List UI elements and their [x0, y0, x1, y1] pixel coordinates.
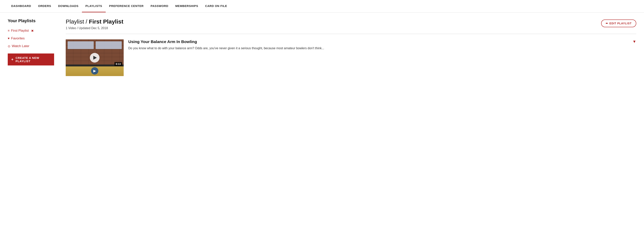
breadcrumb: Playlist / First Playlist: [66, 18, 123, 25]
nav-preference-center[interactable]: PREFERENCE CENTER: [106, 0, 147, 12]
edit-playlist-button[interactable]: ✏ EDIT PLAYLIST: [601, 19, 636, 27]
breadcrumb-prefix: Playlist /: [66, 18, 89, 25]
edit-button-label: EDIT PLAYLIST: [610, 22, 632, 25]
sidebar-item-first-playlist[interactable]: ≡ First Playlist ✖: [8, 27, 54, 34]
sidebar-item-label: Favorites: [11, 36, 25, 40]
video-title-text: Using Your Balance Arm In Bowling: [128, 39, 197, 44]
breadcrumb-area: Playlist / First Playlist 1 Video / Upda…: [66, 18, 123, 34]
sidebar-item-label: Watch Later: [12, 44, 29, 48]
top-navigation: DASHBOARD ORDERS DOWNLOADS PLAYLISTS PRE…: [0, 0, 644, 12]
nav-memberships[interactable]: MEMBERSHIPS: [172, 0, 202, 12]
nav-dashboard[interactable]: DASHBOARD: [8, 0, 34, 12]
video-title-row: Using Your Balance Arm In Bowling ▼: [128, 39, 636, 44]
sidebar: Your Playlists ≡ First Playlist ✖ ♥ Favo…: [8, 18, 54, 76]
content-area: Playlist / First Playlist 1 Video / Upda…: [66, 18, 636, 76]
clock-icon: ⊙: [8, 44, 10, 48]
nav-playlists[interactable]: PLAYLISTS: [82, 0, 106, 12]
heart-icon: ♥: [8, 37, 10, 40]
video-item: 8:13 ▶ Using Your Balance Arm In Bowling…: [66, 39, 636, 76]
remove-icon[interactable]: ✖: [31, 29, 34, 33]
main-layout: Your Playlists ≡ First Playlist ✖ ♥ Favo…: [0, 12, 644, 82]
playlist-meta: 1 Video / Updated Dec 5, 2018: [66, 26, 123, 30]
sidebar-item-watch-later[interactable]: ⊙ Watch Later: [8, 42, 54, 50]
screen-left: [68, 41, 94, 49]
sidebar-title: Your Playlists: [8, 18, 54, 23]
create-playlist-button[interactable]: + CREATE A NEW PLAYLIST: [8, 53, 54, 65]
video-info: Using Your Balance Arm In Bowling ▼ Do y…: [128, 39, 636, 51]
sidebar-item-label: First Playlist: [11, 29, 29, 33]
section-divider: [66, 34, 636, 34]
nav-card-on-file[interactable]: CARD ON FILE: [202, 0, 230, 12]
breadcrumb-title: First Playlist: [89, 18, 123, 25]
sidebar-item-favorites[interactable]: ♥ Favorites: [8, 34, 54, 42]
content-header: Playlist / First Playlist 1 Video / Upda…: [66, 18, 636, 34]
pencil-icon: ✏: [606, 22, 608, 25]
duration-badge: 8:13: [114, 62, 122, 66]
video-description: Do you know what to do with your balance…: [128, 46, 636, 51]
video-thumbnail[interactable]: 8:13 ▶: [66, 39, 124, 76]
play-button[interactable]: [90, 53, 100, 62]
screens-overlay: [68, 41, 122, 49]
screen-right: [96, 41, 122, 49]
chevron-down-icon[interactable]: ▼: [632, 39, 636, 44]
nav-downloads[interactable]: DOWNLOADS: [55, 0, 82, 12]
nav-password[interactable]: PASSWORD: [147, 0, 172, 12]
nav-orders[interactable]: ORDERS: [34, 0, 55, 12]
hamburger-icon: ≡: [8, 29, 10, 32]
create-button-label: CREATE A NEW PLAYLIST: [16, 56, 50, 63]
video-overlay-icon: ▶: [91, 67, 98, 74]
plus-icon: +: [11, 57, 14, 62]
